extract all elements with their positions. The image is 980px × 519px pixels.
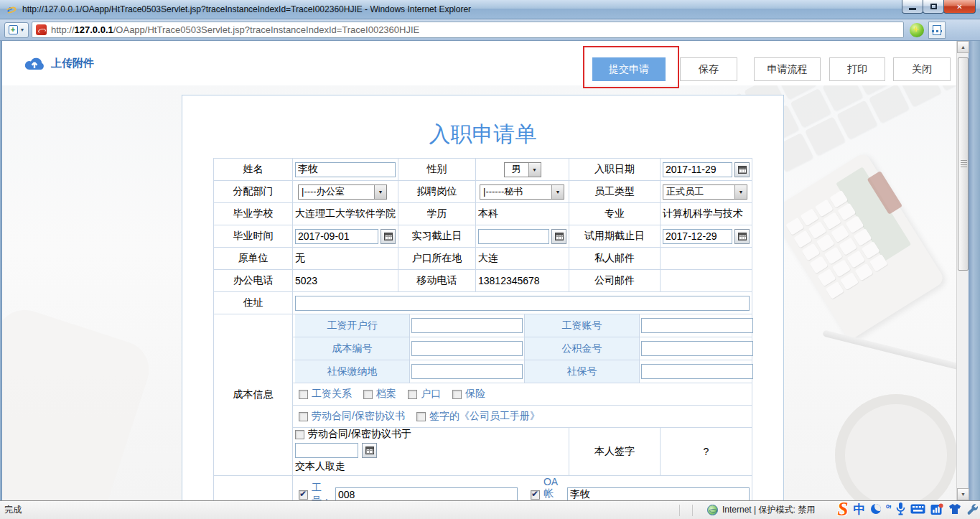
address-bar: + ▼ http://127.0.0.1/OAapp/HtTrace0503Se… xyxy=(0,19,980,41)
ss-number-input[interactable] xyxy=(641,364,753,379)
window-frame-right xyxy=(969,41,980,500)
submit-application-button[interactable]: 提交申请 xyxy=(592,57,666,81)
archive-checkbox[interactable] xyxy=(363,390,373,399)
contract-date-input[interactable] xyxy=(295,443,358,458)
department-select[interactable]: |----办公室▼ xyxy=(298,184,387,200)
fullwidth-mode-icon[interactable] xyxy=(871,504,881,514)
table-row: 准备 工号： OA帐号： xyxy=(214,476,752,501)
minimize-button[interactable] xyxy=(902,0,923,14)
calendar-icon xyxy=(365,446,374,454)
probation-deadline-input[interactable] xyxy=(663,229,732,244)
gender-select[interactable]: 男▼ xyxy=(504,162,541,177)
work-no-input[interactable] xyxy=(335,487,518,501)
skin-shirt-icon[interactable] xyxy=(948,503,961,515)
maximize-icon xyxy=(930,4,937,9)
close-button[interactable]: ✕ xyxy=(943,0,976,14)
broken-page-icon xyxy=(933,25,941,35)
calendar-button[interactable] xyxy=(381,229,396,244)
position-select[interactable]: |------秘书▼ xyxy=(480,184,564,200)
punctuation-mode-icon[interactable]: °’ xyxy=(886,503,892,515)
ss-place-label: 社保缴纳地 xyxy=(295,360,410,383)
private-email-label: 私人邮件 xyxy=(569,248,661,270)
calendar-button[interactable] xyxy=(362,443,377,458)
oa-account-label: OA帐号： xyxy=(543,476,564,500)
window-controls: ✕ xyxy=(902,0,976,14)
title-bar: e http://127.0.0.1/OAapp/HtTrace0503Serv… xyxy=(0,0,980,19)
cost-number-input[interactable] xyxy=(411,341,523,356)
table-row: 姓名 性别 男▼ 入职日期 xyxy=(214,159,752,181)
contract-checkbox[interactable] xyxy=(299,412,308,421)
insurance-checkbox[interactable] xyxy=(452,390,462,399)
internship-deadline-input[interactable] xyxy=(478,229,549,244)
compatibility-view-button[interactable] xyxy=(928,22,946,39)
close-page-button[interactable]: 关闭 xyxy=(893,57,951,81)
chevron-down-icon: ▼ xyxy=(20,27,25,32)
calendar-button[interactable] xyxy=(734,162,750,177)
handbook-label: 签字的《公司员工手册》 xyxy=(429,410,540,423)
employee-type-select[interactable]: 正式员工▼ xyxy=(663,184,747,200)
salary-relation-label: 工资关系 xyxy=(312,388,352,401)
input-method-tray: S 中 °’ xyxy=(837,498,979,519)
fund-number-input[interactable] xyxy=(641,341,753,356)
url-field[interactable]: http://127.0.0.1/OAapp/HtTrace0503Servle… xyxy=(32,22,904,38)
vertical-scrollbar[interactable]: ▲ ▼ xyxy=(956,41,969,500)
signature-label: 本人签字 xyxy=(569,428,661,476)
chevron-down-icon: ▼ xyxy=(734,185,747,199)
table-row: 住址 xyxy=(214,292,752,314)
salary-relation-checkbox[interactable] xyxy=(299,390,308,399)
chevron-down-icon: ▼ xyxy=(551,185,564,199)
security-zone: Internet | 保护模式: 禁用 xyxy=(707,504,815,516)
school-label: 毕业学校 xyxy=(214,203,293,225)
application-flow-button[interactable]: 申请流程 xyxy=(754,57,821,81)
work-no-label: 工号： xyxy=(312,482,332,500)
private-email-value xyxy=(661,248,752,270)
department-label: 分配部门 xyxy=(214,181,293,203)
ss-place-input[interactable] xyxy=(411,364,523,379)
entry-date-input[interactable] xyxy=(663,162,732,177)
add-tab-button[interactable]: + ▼ xyxy=(4,22,29,38)
save-button[interactable]: 保存 xyxy=(680,57,737,81)
internet-zone-icon xyxy=(707,505,718,515)
salary-account-input[interactable] xyxy=(641,318,753,333)
safe-extension-icon[interactable] xyxy=(910,23,924,37)
scroll-up-button[interactable]: ▲ xyxy=(957,41,969,53)
home-address-label: 住址 xyxy=(214,292,293,314)
scrollbar-thumb[interactable] xyxy=(958,57,969,271)
company-email-value xyxy=(661,270,752,292)
internship-deadline-label: 实习截止日 xyxy=(398,225,476,248)
hukou-checkbox[interactable] xyxy=(408,390,417,399)
maximize-button[interactable] xyxy=(923,0,944,14)
calendar-icon xyxy=(384,233,393,240)
plus-icon: + xyxy=(9,25,18,34)
home-address-input[interactable] xyxy=(295,296,750,311)
calendar-button[interactable] xyxy=(734,229,750,244)
chevron-down-icon: ▼ xyxy=(528,163,541,177)
microphone-icon[interactable] xyxy=(896,502,905,515)
handbook-checkbox[interactable] xyxy=(416,412,426,421)
soft-keyboard-icon[interactable] xyxy=(910,504,925,514)
name-input[interactable] xyxy=(295,162,396,177)
salary-account-label: 工资账号 xyxy=(525,314,640,337)
salary-bank-input[interactable] xyxy=(411,318,523,333)
browser-window: e http://127.0.0.1/OAapp/HtTrace0503Serv… xyxy=(0,0,980,519)
form-title: 入职申请单 xyxy=(182,120,783,149)
mobile-phone-label: 移动电话 xyxy=(398,270,476,292)
window-title: http://127.0.0.1/OAapp/HtTrace0503Servle… xyxy=(22,4,980,14)
oa-account-checkbox[interactable] xyxy=(531,490,540,500)
table-row: 原单位 无 户口所在地 大连 私人邮件 xyxy=(214,248,752,270)
calendar-button[interactable] xyxy=(551,229,566,244)
print-button[interactable]: 打印 xyxy=(829,57,885,81)
language-mode-icon[interactable]: 中 xyxy=(854,501,866,518)
mobile-phone-value: 13812345678 xyxy=(476,270,569,292)
salary-bank-label: 工资开户行 xyxy=(295,314,410,337)
status-bar: 完成 Internet | 保护模式: 禁用 S 中 °’ xyxy=(0,500,980,519)
oa-account-input[interactable] xyxy=(567,487,750,501)
contract-date-checkbox[interactable] xyxy=(295,430,304,439)
upload-attachment-link[interactable]: 上传附件 xyxy=(24,55,94,71)
work-no-checkbox[interactable] xyxy=(299,490,308,500)
graduation-date-input[interactable] xyxy=(295,229,378,244)
sogou-icon[interactable]: S xyxy=(837,498,848,519)
settings-wrench-icon[interactable] xyxy=(966,503,979,515)
toolbox-icon[interactable] xyxy=(930,503,943,515)
form-panel: 入职申请单 姓名 性别 男▼ 入职日期 分配部门 xyxy=(182,95,784,500)
